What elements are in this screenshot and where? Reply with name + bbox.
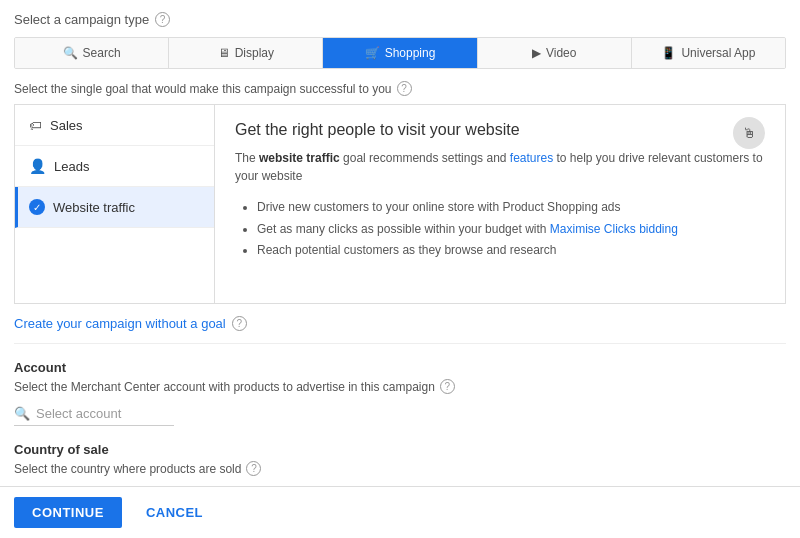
tab-universal-app-label: Universal App — [681, 46, 755, 60]
campaign-tabs: 🔍 Search 🖥 Display 🛒 Shopping ▶ Video 📱 … — [14, 37, 786, 69]
tab-video-label: Video — [546, 46, 576, 60]
shopping-tab-icon: 🛒 — [365, 46, 380, 60]
tab-video[interactable]: ▶ Video — [478, 38, 632, 68]
bullet-2: Get as many clicks as possible within yo… — [257, 219, 765, 241]
page-title: Select a campaign type — [14, 12, 149, 27]
goal-detail-panel: Get the right people to visit your websi… — [215, 105, 785, 303]
goal-item-leads[interactable]: 👤 Leads — [15, 146, 214, 187]
goal-container: Sales 👤 Leads ✓ Website traffic Get the … — [14, 104, 786, 304]
sales-icon — [29, 117, 42, 133]
account-section: Account Select the Merchant Center accou… — [14, 360, 786, 426]
tab-display-label: Display — [235, 46, 274, 60]
account-search-input[interactable] — [36, 406, 156, 421]
goal-list: Sales 👤 Leads ✓ Website traffic — [15, 105, 215, 303]
goal-detail-title: Get the right people to visit your websi… — [235, 121, 520, 139]
goal-item-website-traffic[interactable]: ✓ Website traffic — [15, 187, 214, 228]
search-tab-icon: 🔍 — [63, 46, 78, 60]
goal-detail-description: The website traffic goal recommends sett… — [235, 149, 765, 185]
goal-website-traffic-label: Website traffic — [53, 200, 135, 215]
help-icon-title[interactable]: ? — [155, 12, 170, 27]
country-title: Country of sale — [14, 442, 786, 457]
tab-display[interactable]: 🖥 Display — [169, 38, 323, 68]
help-icon-country[interactable]: ? — [246, 461, 261, 476]
leads-icon: 👤 — [29, 158, 46, 174]
no-goal-link[interactable]: Create your campaign without a goal ? — [14, 316, 786, 344]
goal-leads-label: Leads — [54, 159, 89, 174]
continue-button[interactable]: CONTINUE — [14, 497, 122, 528]
country-subtitle: Select the country where products are so… — [14, 461, 786, 476]
account-title: Account — [14, 360, 786, 375]
main-content: Select a campaign type ? 🔍 Search 🖥 Disp… — [0, 0, 800, 486]
universal-app-tab-icon: 📱 — [661, 46, 676, 60]
display-tab-icon: 🖥 — [218, 46, 230, 60]
goal-detail-cursor-icon[interactable]: 🖱 — [733, 117, 765, 149]
goal-detail-bullets: Drive new customers to your online store… — [235, 197, 765, 262]
tab-search[interactable]: 🔍 Search — [15, 38, 169, 68]
website-traffic-check-icon: ✓ — [29, 199, 45, 215]
help-icon-no-goal[interactable]: ? — [232, 316, 247, 331]
goal-sales-label: Sales — [50, 118, 83, 133]
tab-universal-app[interactable]: 📱 Universal App — [632, 38, 785, 68]
country-section: Country of sale Select the country where… — [14, 442, 786, 486]
no-goal-link-text: Create your campaign without a goal — [14, 316, 226, 331]
goal-section-label: Select the single goal that would make t… — [14, 81, 786, 96]
help-icon-goal[interactable]: ? — [397, 81, 412, 96]
bullet-3: Reach potential customers as they browse… — [257, 240, 765, 262]
page-title-row: Select a campaign type ? — [14, 12, 786, 27]
video-tab-icon: ▶ — [532, 46, 541, 60]
search-icon: 🔍 — [14, 406, 30, 421]
help-icon-account[interactable]: ? — [440, 379, 455, 394]
tab-search-label: Search — [83, 46, 121, 60]
account-search-wrap[interactable]: 🔍 — [14, 402, 174, 426]
tab-shopping[interactable]: 🛒 Shopping — [323, 38, 477, 68]
footer-bar: CONTINUE CANCEL — [0, 486, 800, 538]
tab-shopping-label: Shopping — [385, 46, 436, 60]
goal-item-sales[interactable]: Sales — [15, 105, 214, 146]
cancel-button[interactable]: CANCEL — [132, 497, 217, 528]
account-subtitle: Select the Merchant Center account with … — [14, 379, 786, 394]
bullet-1: Drive new customers to your online store… — [257, 197, 765, 219]
